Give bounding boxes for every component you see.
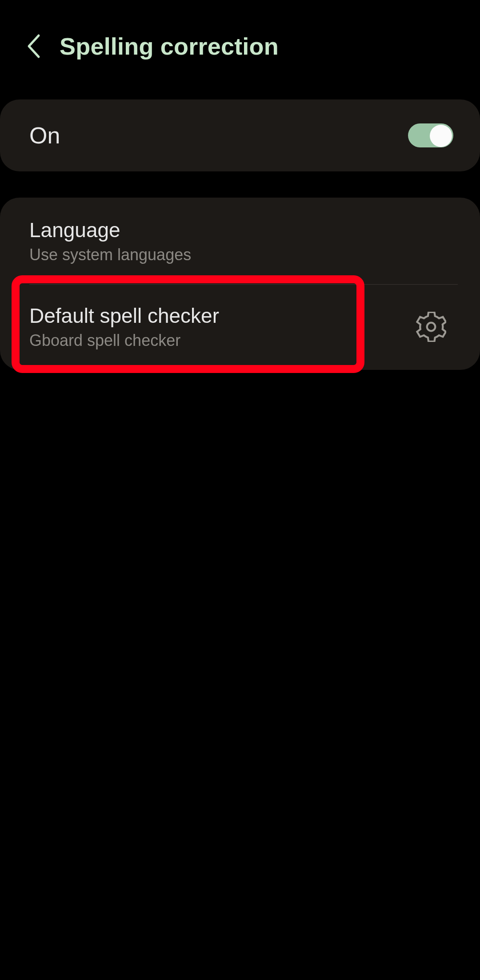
svg-point-0 [427, 323, 436, 331]
master-toggle-row[interactable]: On [0, 99, 480, 171]
page-title: Spelling correction [60, 32, 279, 60]
options-card: Language Use system languages Default sp… [0, 198, 480, 370]
master-toggle-switch[interactable] [408, 123, 453, 147]
gear-icon [416, 312, 446, 342]
language-title: Language [29, 218, 458, 242]
header: Spelling correction [0, 24, 480, 68]
master-toggle-label: On [29, 122, 408, 149]
default-spell-checker-settings-button[interactable] [382, 285, 480, 369]
chevron-left-icon [25, 34, 41, 59]
language-subtitle: Use system languages [29, 246, 458, 264]
back-button[interactable] [9, 24, 58, 68]
default-spell-checker-title: Default spell checker [29, 304, 364, 328]
default-spell-checker-subtitle: Gboard spell checker [29, 331, 364, 350]
default-spell-checker-row[interactable]: Default spell checker Gboard spell check… [0, 285, 480, 369]
language-row[interactable]: Language Use system languages [29, 198, 458, 285]
